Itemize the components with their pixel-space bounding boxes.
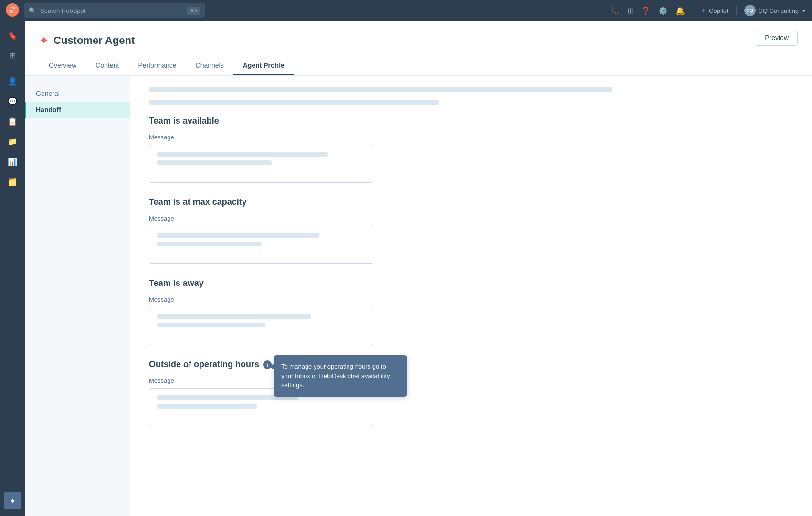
navbar-divider-2: [736, 6, 737, 15]
section-team-available: Team is available Message: [149, 116, 793, 183]
navbar-divider: [693, 6, 693, 15]
message-box-away[interactable]: [149, 307, 373, 345]
skeleton-msg3-1: [157, 314, 311, 319]
grid-icon[interactable]: ⊞: [627, 6, 633, 15]
top-skeletons: [149, 87, 793, 105]
section-title-outside-hours: Outside of operating hours: [149, 359, 259, 369]
hubspot-logo[interactable]: [6, 3, 19, 18]
page-title: Customer Agent: [53, 34, 135, 47]
main-content: ✦ Customer Agent Preview Overview Conten…: [25, 21, 812, 516]
tab-channels[interactable]: Channels: [186, 57, 233, 75]
nav-contacts[interactable]: 👤: [4, 73, 21, 90]
form-area: Team is available Message Team is at max…: [130, 76, 812, 516]
page-icon: ✦: [39, 35, 49, 46]
section-team-away: Team is away Message: [149, 278, 793, 345]
message-box-max-capacity[interactable]: [149, 226, 373, 264]
phone-icon[interactable]: 📞: [610, 6, 620, 15]
help-icon[interactable]: ❓: [641, 6, 651, 15]
tab-bar: Overview Content Performance Channels Ag…: [39, 57, 798, 75]
search-icon: 🔍: [29, 7, 36, 14]
skeleton-msg1-1: [157, 152, 328, 157]
search-input[interactable]: [40, 7, 183, 14]
navbar: 🔍 ⌘K 📞 ⊞ ❓ ⚙️ 🔔 ✦ Copilot CQ CQ Consulti…: [0, 0, 812, 21]
nav-bookmark[interactable]: 🔖: [4, 27, 21, 44]
copilot-button[interactable]: ✦ Copilot: [701, 7, 728, 14]
section-title-max-capacity: Team is at max capacity: [149, 197, 793, 207]
search-bar[interactable]: 🔍 ⌘K: [24, 3, 205, 18]
nav-reports[interactable]: 📊: [4, 153, 21, 170]
page-header: ✦ Customer Agent Preview: [25, 21, 812, 52]
skeleton-msg3-2: [157, 323, 265, 327]
skeleton-msg1-2: [157, 160, 272, 165]
tooltip-box: To manage your operating hours go to you…: [274, 355, 407, 397]
nav-special[interactable]: ✦: [4, 492, 21, 509]
nav-lists[interactable]: 📋: [4, 113, 21, 130]
avatar: CQ: [744, 5, 756, 16]
field-label-away: Message: [149, 296, 793, 303]
svg-point-0: [6, 3, 19, 17]
info-tooltip-container: i To manage your operating hours go to y…: [259, 360, 272, 369]
navbar-icons: 📞 ⊞ ❓ ⚙️ 🔔 ✦ Copilot CQ CQ Consulting ▼: [610, 5, 806, 16]
settings-icon[interactable]: ⚙️: [658, 6, 668, 15]
skeleton-msg4-2: [157, 404, 257, 409]
user-menu[interactable]: CQ CQ Consulting ▼: [744, 5, 806, 16]
bell-icon[interactable]: 🔔: [675, 6, 685, 15]
section-outside-hours: Outside of operating hours i To manage y…: [149, 359, 793, 426]
nav-folder[interactable]: 🗂️: [4, 173, 21, 190]
chevron-down-icon: ▼: [801, 8, 806, 13]
main-layout: 🔖 ⊞ 👤 💬 📋 📁 📊 🗂️ ✦ ✦ Customer Agent Prev…: [0, 21, 812, 516]
tab-agent-profile[interactable]: Agent Profile: [233, 57, 294, 75]
field-label-max-capacity: Message: [149, 215, 793, 222]
nav-files[interactable]: 📁: [4, 133, 21, 150]
preview-button[interactable]: Preview: [756, 30, 798, 46]
skeleton-msg2-2: [157, 242, 261, 246]
page-title-area: ✦ Customer Agent: [39, 34, 756, 47]
content-sidebar: General Handoff: [25, 76, 130, 516]
tab-overview[interactable]: Overview: [39, 57, 86, 75]
sidebar-item-handoff[interactable]: Handoff: [25, 102, 130, 118]
skeleton-msg2-1: [157, 233, 319, 238]
tab-content[interactable]: Content: [86, 57, 128, 75]
search-shortcut: ⌘K: [187, 7, 200, 15]
message-box-available[interactable]: [149, 145, 373, 183]
tab-performance[interactable]: Performance: [128, 57, 186, 75]
skeleton-bar-2: [149, 100, 439, 105]
body-area: General Handoff Team is available Messag…: [25, 76, 812, 516]
sidebar-item-general[interactable]: General: [25, 85, 130, 102]
section-title-team-available: Team is available: [149, 116, 793, 126]
nav-conversations[interactable]: 💬: [4, 93, 21, 110]
section-team-max-capacity: Team is at max capacity Message: [149, 197, 793, 264]
section-title-outside-hours-wrapper: Outside of operating hours i To manage y…: [149, 359, 793, 369]
copilot-icon: ✦: [701, 7, 706, 14]
field-label-outside-hours: Message: [149, 377, 793, 384]
skeleton-bar-1: [149, 87, 612, 92]
sidebar-nav: 🔖 ⊞ 👤 💬 📋 📁 📊 🗂️ ✦: [0, 21, 25, 516]
section-title-team-away: Team is away: [149, 278, 793, 288]
field-label-available: Message: [149, 134, 793, 141]
nav-dashboard[interactable]: ⊞: [4, 47, 21, 64]
